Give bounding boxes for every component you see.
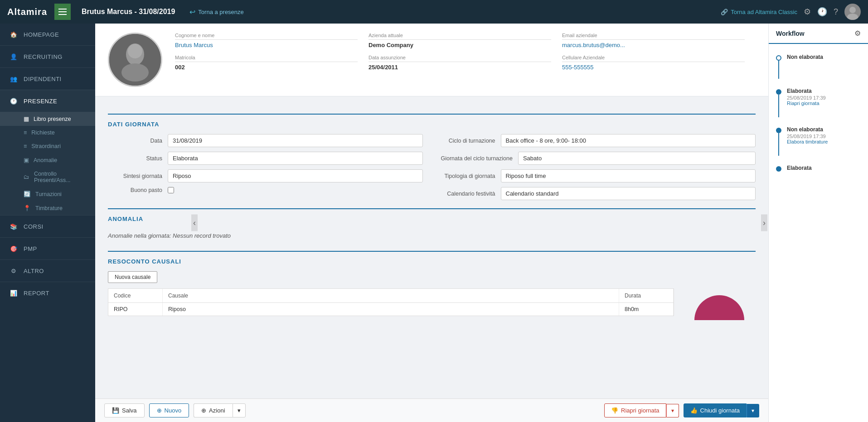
- sidebar-sub-controllo[interactable]: 🗂 Controllo Presenti/Ass...: [0, 167, 95, 187]
- status-label: Status: [108, 155, 162, 162]
- sidebar-sub-richieste[interactable]: ≡ Richieste: [0, 126, 95, 139]
- status-input[interactable]: [168, 152, 423, 165]
- sidebar-item-presenze[interactable]: 🕐 PRESENZE: [0, 90, 95, 112]
- sidebar-sub-label-straordinari: Straordinari: [31, 143, 61, 149]
- sidebar-item-altro[interactable]: ⚙ ALTRO: [0, 260, 95, 282]
- sidebar-item-pmp[interactable]: 🎯 PMP: [0, 238, 95, 259]
- report-icon: 📊: [9, 288, 18, 297]
- workflow-step-action-2[interactable]: Riapri giornata: [787, 101, 826, 106]
- sidebar-sub-anomalie[interactable]: ▣ Anomalie: [0, 153, 95, 167]
- workflow-steps: Non elaborata Elaborata 25/08/2019 17:39…: [769, 44, 868, 182]
- ciclo-label: Ciclo di turnazione: [441, 138, 495, 144]
- resoconto-divider: [108, 251, 756, 252]
- sidebar: 🏠 HOMEPAGE 👤 RECRUITING 👥 DIPENDENTI 🕐 P…: [0, 24, 95, 422]
- giornata-ciclo-row: Giornata del ciclo turnazione: [441, 152, 756, 165]
- email-value[interactable]: marcus.brutus@demo...: [562, 42, 745, 48]
- presenze-icon: 🕐: [9, 96, 18, 106]
- profile-data-assunzione: Data assunzione 25/04/2011: [369, 55, 562, 71]
- data-assunzione-value: 25/04/2011: [369, 64, 551, 71]
- ciclo-input[interactable]: [501, 134, 756, 147]
- buono-label: Buono pasto: [108, 187, 162, 193]
- menu-button[interactable]: [54, 4, 71, 20]
- topbar: Altamira Brutus Marcus - 31/08/2019 ↩ To…: [0, 0, 868, 24]
- tipologia-input[interactable]: [501, 169, 756, 182]
- workflow-dot-4: [776, 166, 781, 172]
- workflow-gear-icon[interactable]: ⚙: [854, 29, 861, 38]
- dati-left: Data Status Sintesi giornata Buono: [108, 134, 423, 200]
- azioni-icon: ⊕: [201, 407, 206, 414]
- right-buttons: 👎 Riapri giornata ▾ 👍 Chiudi giornata ▾: [604, 403, 759, 417]
- altro-icon: ⚙: [9, 266, 18, 275]
- timbrature-icon: 📍: [24, 205, 31, 211]
- svg-point-0: [849, 7, 856, 13]
- sidebar-item-homepage[interactable]: 🏠 HOMEPAGE: [0, 24, 95, 45]
- sidebar-label-corsi: CORSI: [24, 223, 44, 230]
- data-assunzione-label: Data assunzione: [369, 55, 551, 62]
- workflow-panel: Workflow ⚙ Non elaborata: [768, 24, 868, 422]
- buono-checkbox[interactable]: [168, 187, 174, 193]
- nuovo-button[interactable]: ⊕ Nuovo: [149, 403, 189, 417]
- chiudi-button[interactable]: 👍 Chiudi giornata: [684, 403, 747, 417]
- help-icon[interactable]: ?: [834, 7, 838, 17]
- tipologia-label: Tipologia di giornata: [441, 173, 495, 179]
- sidebar-item-report[interactable]: 📊 REPORT: [0, 282, 95, 304]
- sidebar-label-dipendenti: DIPENDENTI: [24, 76, 62, 82]
- azioni-group: ⊕ Azioni ▾: [194, 403, 245, 417]
- riapri-group: 👎 Riapri giornata ▾: [604, 403, 679, 417]
- workflow-step-action-3[interactable]: Elabora timbrature: [787, 139, 828, 144]
- bottom-toolbar: 💾 Salva ⊕ Nuovo ⊕ Azioni ▾: [95, 398, 768, 422]
- avatar[interactable]: [844, 4, 861, 20]
- profile-cellulare: Cellulare Aziendale 555-555555: [562, 55, 756, 71]
- sidebar-label-homepage: HOMEPAGE: [24, 31, 59, 38]
- riapri-caret-button[interactable]: ▾: [666, 404, 679, 417]
- cellulare-label: Cellulare Aziendale: [562, 55, 745, 62]
- nav-next-button[interactable]: ›: [761, 215, 767, 231]
- calendario-input[interactable]: [501, 187, 756, 200]
- sidebar-sub-straordinari[interactable]: ≡ Straordinari: [0, 139, 95, 153]
- pie-chart: [690, 288, 749, 325]
- profile-azienda: Azienda attuale Demo Company: [369, 33, 562, 48]
- azioni-caret-button[interactable]: ▾: [233, 403, 246, 417]
- sidebar-label-pmp: PMP: [24, 245, 37, 252]
- sidebar-sub-timbrature[interactable]: 📍 Timbrature: [0, 201, 95, 215]
- sidebar-item-recruiting[interactable]: 👤 RECRUITING: [0, 46, 95, 67]
- new-causale-button[interactable]: Nuova causale: [108, 271, 157, 283]
- clock-icon[interactable]: 🕐: [817, 7, 827, 17]
- pmp-icon: 🎯: [9, 244, 18, 253]
- azienda-value: Demo Company: [369, 42, 551, 48]
- cognome-value[interactable]: Brutus Marcus: [175, 42, 358, 48]
- chiudi-caret-button[interactable]: ▾: [747, 404, 759, 417]
- classic-link[interactable]: 🔗 Torna ad Altamira Classic: [721, 9, 797, 15]
- back-arrow-icon: ↩: [189, 8, 195, 16]
- sidebar-sub-label-turnazioni: Turnazioni: [35, 191, 62, 197]
- sidebar-sub-turnazioni[interactable]: 🔄 Turnazioni: [0, 187, 95, 201]
- sidebar-item-corsi[interactable]: 📚 CORSI: [0, 216, 95, 237]
- azioni-button[interactable]: ⊕ Azioni: [194, 403, 232, 417]
- cellulare-value[interactable]: 555-555555: [562, 64, 745, 71]
- anomalia-text: Anomalie nella giornata: Nessun record t…: [108, 229, 756, 243]
- giornata-ciclo-input[interactable]: [518, 152, 756, 165]
- data-row: Data: [108, 134, 423, 147]
- nav-prev-button[interactable]: ‹: [191, 215, 198, 231]
- sidebar-sub-libro[interactable]: ▦ Libro presenze: [0, 112, 95, 126]
- chart-area: [683, 288, 756, 325]
- workflow-step-title-2: Elaborata: [787, 88, 826, 94]
- sidebar-sub-label-libro: Libro presenze: [34, 116, 71, 122]
- sidebar-item-dipendenti[interactable]: 👥 DIPENDENTI: [0, 68, 95, 90]
- dipendenti-icon: 👥: [9, 74, 18, 83]
- data-input[interactable]: [168, 134, 423, 147]
- matricola-value: 002: [175, 64, 358, 71]
- workflow-step-2: Elaborata 25/08/2019 17:39 Riapri giorna…: [776, 85, 861, 124]
- cell-causale: Riposo: [163, 303, 619, 316]
- workflow-step-text-1: Non elaborata: [787, 54, 823, 79]
- workflow-step-1: Non elaborata: [776, 51, 861, 85]
- workflow-step-date-3: 25/08/2019 17:39: [787, 134, 828, 139]
- salva-button[interactable]: 💾 Salva: [104, 403, 145, 417]
- settings-icon[interactable]: ⚙: [804, 7, 811, 17]
- workflow-step-text-2: Elaborata 25/08/2019 17:39 Riapri giorna…: [787, 88, 826, 117]
- sintesi-input[interactable]: [168, 169, 423, 182]
- back-button[interactable]: ↩ Torna a presenze: [189, 8, 243, 16]
- ciclo-row: Ciclo di turnazione: [441, 134, 756, 147]
- riapri-button[interactable]: 👎 Riapri giornata: [604, 403, 666, 417]
- classic-icon: 🔗: [721, 9, 728, 15]
